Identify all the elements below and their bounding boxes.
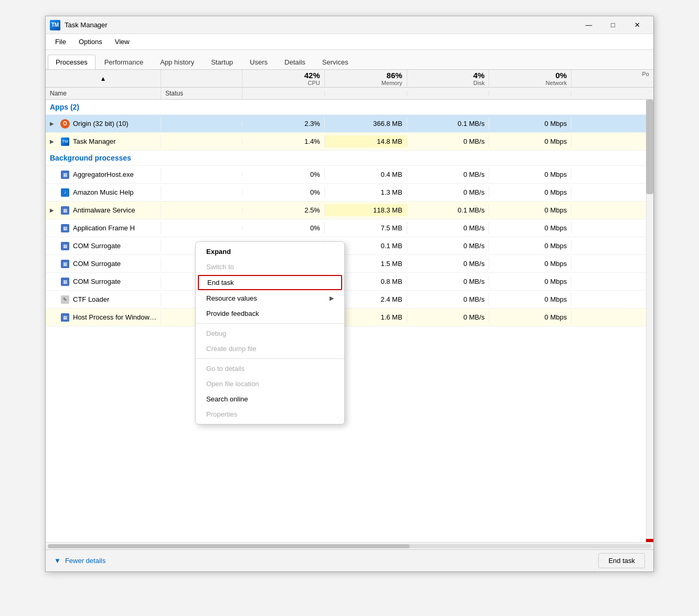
network-value: 0 Mbps [489,204,571,216]
context-menu-separator [196,323,344,324]
menu-file[interactable]: File [50,36,71,48]
process-name-cell: ▶ ▦ COM Surrogate [46,275,161,289]
memory-value: 14.8 MB [325,135,407,147]
table-row[interactable]: ▶ ▦ Host Process for Windows Tasks 0% 1.… [46,309,653,326]
cpu-header[interactable]: 42% CPU [242,70,325,87]
generic-icon: ▦ [60,259,70,269]
memory-value: 366.8 MB [325,118,407,130]
table-row[interactable]: ▶ ▦ COM Surrogate 0% 0.1 MB 0 MB/s 0 Mbp… [46,237,653,255]
disk-value: 0 MB/s [407,168,490,180]
horizontal-scrollbar[interactable] [46,542,653,549]
memory-value: 0.4 MB [325,168,407,180]
power-value [571,190,653,195]
cpu-value: 1.4% [242,135,325,147]
music-icon: ♪ [60,188,70,197]
power-value [571,122,653,126]
tab-startup[interactable]: Startup [203,55,241,69]
power-value [571,315,653,320]
h-scrollbar-track [48,544,651,548]
end-task-button[interactable]: End task [598,553,645,568]
table-row[interactable]: ▶ ▦ Antimalware Service 2.5% 118.3 MB 0.… [46,201,653,219]
collapse-icon: ▼ [54,557,61,565]
status-col-spacer [161,70,242,87]
context-menu-item-searchonline[interactable]: Search online [196,391,344,407]
disk-value: 0 MB/s [407,275,490,288]
minimize-button[interactable]: — [577,16,601,34]
table-row[interactable]: ▶ ▦ Application Frame H 0% 7.5 MB 0 MB/s… [46,219,653,237]
process-label: Origin (32 bit) (10) [73,120,128,128]
collapse-button[interactable]: ▲ [46,70,161,87]
tab-services[interactable]: Services [314,55,356,69]
menu-view[interactable]: View [110,36,135,48]
cpu-value: 0% [242,168,325,180]
disk-value: 0.1 MB/s [407,118,490,130]
power-value [571,262,653,266]
context-menu-item-openfile[interactable]: Open file location [196,376,344,391]
context-menu-item-properties[interactable]: Properties [196,407,344,422]
context-menu-item-details[interactable]: Go to details [196,361,344,376]
process-list: Apps (2) ▶ O Origin (32 bit) (10) 2.3% 3… [46,100,653,542]
generic-icon: ▦ [60,224,70,233]
vertical-scrollbar[interactable] [646,100,653,542]
maximize-button[interactable]: □ [601,16,625,34]
power-value [571,298,653,302]
menu-options[interactable]: Options [73,36,108,48]
close-button[interactable]: ✕ [625,16,649,34]
power-value [571,173,653,177]
bottom-bar: ▼ Fewer details End task [46,549,653,571]
power-value [571,244,653,248]
cpu-val-header [242,91,325,95]
table-row[interactable]: ▶ ▦ AggregatorHost.exe 0% 0.4 MB 0 MB/s … [46,166,653,184]
network-value: 0 Mbps [489,186,571,198]
cpu-value: 2.5% [242,204,325,216]
table-row[interactable]: ▶ ♪ Amazon Music Help 0% 1.3 MB 0 MB/s 0… [46,184,653,201]
process-name-cell: ▶ ▦ Antimalware Service [46,204,161,217]
cpu-value: 0% [242,186,325,198]
fewer-details-button[interactable]: ▼ Fewer details [54,557,105,565]
scrollbar-thumb[interactable] [646,100,653,194]
network-value: 0 Mbps [489,168,571,180]
memory-value: 7.5 MB [325,222,407,234]
context-menu-item-expand[interactable]: Expand [196,244,344,259]
process-name-cell: ▶ ▦ Application Frame H [46,221,161,235]
cpu-value: 0% [242,222,325,234]
network-value: 0 Mbps [489,135,571,147]
context-menu-item-debug[interactable]: Debug [196,326,344,341]
process-status [161,122,242,126]
process-name-cell: ▶ ✎ CTF Loader [46,293,161,306]
table-row[interactable]: ▶ ✎ CTF Loader 0% 2.4 MB 0 MB/s 0 Mbps [46,291,653,309]
name-col-header[interactable]: Name [46,88,161,99]
expand-arrow-icon: ▶ [50,207,57,213]
process-status [161,173,242,177]
tab-apphistory[interactable]: App history [152,55,202,69]
memory-header[interactable]: 86% Memory [325,70,407,87]
expand-arrow-icon: ▶ [50,121,57,126]
context-menu-item-endtask[interactable]: End task [198,275,342,290]
context-menu-item-resourcevalues[interactable]: Resource values ▶ [196,291,344,306]
h-scrollbar-thumb[interactable] [48,544,410,548]
network-value: 0 Mbps [489,275,571,288]
context-menu-item-switchto[interactable]: Switch to [196,259,344,274]
window-title: Task Manager [65,21,577,29]
table-row[interactable]: ▶ ▦ COM Surrogate 0% 1.5 MB 0 MB/s 0 Mbp… [46,255,653,273]
tab-details[interactable]: Details [277,55,313,69]
tab-performance[interactable]: Performance [97,55,151,69]
process-label: COM Surrogate [73,260,121,268]
tabs-bar: Processes Performance App history Startu… [46,50,653,70]
context-menu-item-dumpfile[interactable]: Create dump file [196,341,344,356]
context-menu-item-feedback[interactable]: Provide feedback [196,306,344,321]
tab-processes[interactable]: Processes [48,55,96,69]
process-name-cell: ▶ ▦ COM Surrogate [46,239,161,253]
power-header[interactable]: Po [571,70,653,87]
disk-header[interactable]: 4% Disk [407,70,490,87]
process-name-cell: ▶ O Origin (32 bit) (10) [46,117,161,131]
table-row[interactable]: ▶ TM Task Manager 1.4% 14.8 MB 0 MB/s 0 … [46,133,653,151]
table-row[interactable]: ▶ O Origin (32 bit) (10) 2.3% 366.8 MB 0… [46,115,653,133]
tab-users[interactable]: Users [242,55,276,69]
process-name-cell: ▶ ▦ Host Process for Windows Tasks [46,311,161,324]
network-header[interactable]: 0% Network [489,70,571,87]
status-col-header[interactable]: Status [161,88,242,99]
power-value [571,226,653,230]
power-val-header [571,91,653,95]
table-row[interactable]: ▶ ▦ COM Surrogate 0% 0.8 MB 0 MB/s 0 Mbp… [46,273,653,291]
